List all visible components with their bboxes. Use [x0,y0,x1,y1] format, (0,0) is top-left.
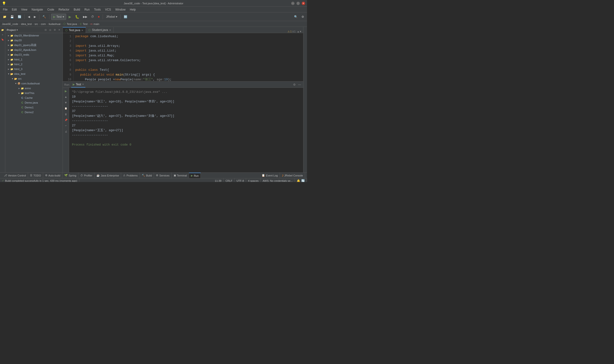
statusbar-spring[interactable]: 🌱 Spring [62,173,78,178]
menu-refactor[interactable]: Refactor [57,7,71,12]
cursor-position[interactable]: 11:39 [213,178,224,182]
statusbar-profiler[interactable]: ⏱ Profiler [78,173,94,178]
scrollbar-gutter[interactable] [303,27,307,172]
settings-btn[interactable]: ⚙ [300,14,306,20]
statusbar-terminal[interactable]: ▣ Terminal [172,173,189,178]
aws-status[interactable]: AWS: No credentials se... [261,178,295,182]
statusbar-version-control[interactable]: ⎇ Version Control [2,173,28,178]
tree-item-demo1[interactable]: ▶ C Demo1 [5,105,63,110]
project-icon[interactable]: 📁 [0,28,5,32]
menu-run[interactable]: Run [82,7,91,12]
menu-help[interactable]: Help [128,7,138,12]
menu-code[interactable]: Code [45,7,56,12]
tree-item-demo2[interactable]: ▶ C Demo2 [5,110,63,115]
menu-window[interactable]: Window [113,7,128,12]
run-scroll-up-btn[interactable]: ▲ [64,94,68,99]
tab-test-java-close[interactable]: ✕ [81,29,83,32]
menu-view[interactable]: View [19,7,29,12]
toolbar-open-btn[interactable]: 📁 [1,14,8,20]
charset[interactable]: UTF-8 [235,178,246,182]
bc-project[interactable]: JavaSE_code [2,23,18,26]
toolbar-build-btn[interactable]: 🔨 [41,14,48,20]
warn-indicator[interactable]: ⚠ 1 [287,30,292,33]
menu-file[interactable]: File [1,7,9,12]
statusbar-event-log[interactable]: 📋 Event Log [260,173,280,178]
statusbar-todo[interactable]: ☰ TODO [28,173,43,178]
tree-item-idea-test[interactable]: ▼ 📂 idea_test [5,71,63,76]
toolbar-translate-btn[interactable]: 🔤 [122,14,129,20]
settings-gear-btn[interactable]: ⚙ [53,28,57,32]
line-ending[interactable]: CRLF [223,178,235,182]
tree-item-anno[interactable]: ▶ 📁 anno [5,86,63,91]
toolbar-save-btn[interactable]: 💾 [9,14,15,20]
bookmarks-icon[interactable]: 🔖 [0,38,5,42]
code-lines[interactable]: package com.liudashuai; import java.util… [73,33,303,81]
project-dropdown-icon[interactable]: ▾ [16,29,18,31]
toolbar-sync-btn[interactable]: 🔄 [16,14,23,20]
run-restart-btn[interactable]: ▶ [64,89,68,93]
structure-icon[interactable]: ≡ [0,33,5,37]
run-tab-test[interactable]: ▶ Test ✕ [71,82,85,88]
indentation[interactable]: 4 spaces [246,178,261,182]
bc-method[interactable]: m [91,23,92,26]
menu-tools[interactable]: Tools [92,7,103,12]
run-dump-btn[interactable]: 📋 [64,106,68,111]
locate-file-btn[interactable]: ◎ [48,28,52,32]
run-minimize-btn[interactable]: — [297,82,302,87]
bc-filename[interactable]: Test.java [67,23,77,26]
code-editor[interactable]: 1 2 3 4 5 6 7 ▶8 ▶9 10 11 12 [63,33,303,81]
run-print-btn[interactable]: 🖨 [64,129,68,134]
bc-methodname[interactable]: main [93,23,99,26]
bc-classname[interactable]: Test [83,23,88,26]
tree-item-day21[interactable]: ▶ 📁 day21_jquery高级 [5,43,63,48]
coverage-button[interactable]: ▶▶ [81,14,89,20]
tree-item-testThis[interactable]: ▶ 📁 testThis [5,91,63,95]
tree-item-day23[interactable]: ▶ 📁 day23_redis [5,52,63,57]
bc-class[interactable]: C [80,23,82,26]
statusbar-jrebel-console[interactable]: J JRebel Console [280,173,305,178]
menu-navigate[interactable]: Navigate [30,7,45,12]
run-pin-btn[interactable]: 📌 [64,117,68,122]
tab-student-java-close[interactable]: ✕ [109,29,111,31]
tab-student-java[interactable]: ⬡ Student.java ✕ [86,27,114,33]
toolbar-forward-btn[interactable]: ▶ [32,14,38,20]
bc-pkg[interactable]: liudashuai [49,23,61,26]
statusbar-run[interactable]: ▶ Run [189,173,201,178]
close-project-panel-btn[interactable]: ✕ [57,28,61,32]
tree-item-html3[interactable]: ▶ 📁 html_3 [5,67,63,71]
statusbar-auto-build[interactable]: ⚙ Auto-build [43,173,63,178]
tree-item-demo[interactable]: ▶ C Demo.java [5,100,63,105]
run-soft-wrap-btn[interactable]: ↩ [64,123,68,128]
menu-build[interactable]: Build [72,7,82,12]
run-tab-close[interactable]: ✕ [82,83,84,86]
tree-item-day19[interactable]: ▶ 📁 day19_filter&listener [5,33,63,38]
run-button[interactable]: ▶ [67,14,73,20]
close-button[interactable]: ✕ [302,2,305,5]
bc-file[interactable]: ⬡ [63,22,66,26]
tree-item-html1[interactable]: ▶ 📁 html_1 [5,57,63,62]
minimize-button[interactable]: — [291,2,295,5]
debug-button[interactable]: 🐛 [74,14,81,20]
menu-vcs[interactable]: VCS [103,7,113,12]
toolbar-back-btn[interactable]: ◀ [26,14,31,20]
statusbar-services[interactable]: ⚙ Services [154,173,171,178]
menu-edit[interactable]: Edit [10,7,19,12]
run-output[interactable]: "D:\1program file\Java\jdk1.8.0_231\bin\… [69,88,303,172]
jrebel-button[interactable]: JRebel ▾ [105,14,119,20]
notif-icon[interactable]: 🔔 [297,179,300,182]
bc-src[interactable]: src [35,23,38,26]
tab-test-java[interactable]: ⬡ Test.java ✕ [63,27,86,33]
sync-icon[interactable]: 🔄 [301,179,305,182]
statusbar-problems[interactable]: ⚠ Problems [121,173,140,178]
tree-item-day20[interactable]: ▶ 📁 day20 [5,38,63,43]
tree-item-cache[interactable]: ▶ C Cache [5,95,63,100]
maximize-button[interactable]: □ [296,2,300,5]
scroll-down-btn[interactable]: ▼ [299,30,302,33]
search-everywhere-btn[interactable]: 🔍 [293,14,299,20]
tree-item-day22[interactable]: ▶ 📁 day22_Ajax&Json [5,48,63,52]
scroll-up-btn[interactable]: ▲ [297,30,299,33]
run-clear-btn[interactable]: 🗑 [64,112,68,117]
run-config-selector[interactable]: ▶ Test ▾ [51,14,66,20]
tree-item-html2[interactable]: ▶ 📁 html_2 [5,62,63,67]
tree-item-src[interactable]: ▼ 📂 src [5,76,63,81]
